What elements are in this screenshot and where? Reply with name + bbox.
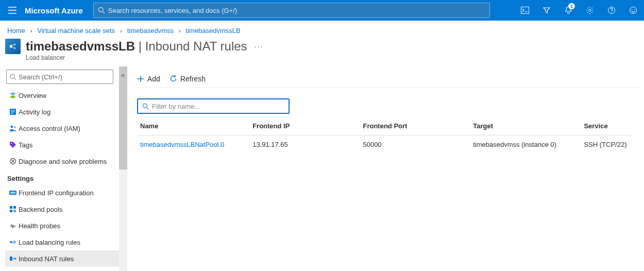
- filter-icon: [543, 6, 551, 14]
- col-header-service[interactable]: Service: [581, 117, 632, 136]
- page-title-section: Inbound NAT rules: [145, 39, 247, 54]
- search-icon: [98, 7, 105, 14]
- sidebar-item-overview[interactable]: Overview: [5, 87, 127, 104]
- svg-rect-26: [10, 257, 12, 261]
- chevron-right-icon: ›: [176, 27, 184, 35]
- search-icon: [142, 103, 149, 110]
- svg-rect-22: [13, 206, 16, 209]
- collapse-sidebar-button[interactable]: «: [121, 72, 125, 79]
- help-icon: [607, 6, 616, 14]
- sidebar-item-tags[interactable]: Tags: [5, 137, 127, 153]
- sidebar-item-inbound-nat[interactable]: Inbound NAT rules: [5, 250, 127, 267]
- svg-point-12: [10, 74, 14, 78]
- page-title-row: timebasedvmssLB | Inbound NAT rules ···: [0, 37, 644, 55]
- settings-button[interactable]: [579, 0, 601, 21]
- frontend-ip-icon: [7, 190, 19, 196]
- sidebar-item-label: Tags: [19, 141, 32, 149]
- health-probes-icon: [7, 222, 19, 229]
- table-row[interactable]: timebasedvmssLBNatPool.0 13.91.17.65 500…: [137, 136, 632, 154]
- svg-point-27: [143, 104, 147, 108]
- sidebar-item-lb-rules[interactable]: Load balancing rules: [5, 234, 127, 250]
- global-search-input[interactable]: [105, 7, 485, 14]
- cell-service: SSH (TCP/22): [581, 136, 632, 154]
- svg-rect-21: [10, 206, 12, 209]
- sidebar-search[interactable]: [6, 70, 113, 84]
- notifications-button[interactable]: 1: [557, 0, 579, 21]
- sidebar-scrollbar-thumb[interactable]: [119, 66, 127, 170]
- gear-icon: [586, 6, 594, 14]
- refresh-icon: [170, 75, 177, 82]
- page-title-resource: timebasedvmssLB: [26, 39, 135, 54]
- svg-line-13: [14, 78, 16, 80]
- svg-line-28: [147, 107, 149, 109]
- refresh-button[interactable]: Refresh: [170, 75, 206, 83]
- svg-point-17: [11, 143, 12, 144]
- page-title-separator: |: [135, 39, 145, 54]
- help-button[interactable]: [601, 0, 622, 21]
- svg-rect-23: [10, 210, 12, 212]
- more-actions-button[interactable]: ···: [255, 42, 264, 50]
- filter-input[interactable]: [149, 103, 284, 110]
- top-icon-group: 1: [514, 0, 644, 21]
- svg-point-7: [632, 9, 633, 10]
- add-button[interactable]: Add: [137, 75, 160, 83]
- cell-target: timebasedvmss (instance 0): [470, 136, 581, 154]
- chevron-right-icon: ›: [27, 27, 35, 35]
- refresh-button-label: Refresh: [180, 75, 206, 83]
- svg-point-6: [630, 7, 637, 14]
- lb-rules-icon: [7, 239, 19, 246]
- breadcrumb: Home › Virtual machine scale sets › time…: [0, 21, 644, 37]
- sidebar-menu: Overview Activity log Access control (IA…: [5, 87, 127, 267]
- nat-rules-icon: [7, 255, 19, 262]
- breadcrumb-item[interactable]: Virtual machine scale sets: [37, 27, 115, 35]
- sidebar-item-health-probes[interactable]: Health probes: [5, 217, 127, 234]
- col-header-frontend-port[interactable]: Frontend Port: [360, 117, 470, 136]
- activity-log-icon: [7, 108, 19, 115]
- cell-name[interactable]: timebasedvmssLBNatPool.0: [137, 136, 249, 154]
- svg-point-25: [10, 241, 12, 243]
- global-search[interactable]: [93, 3, 490, 18]
- iam-icon: [7, 125, 19, 132]
- filter-box[interactable]: [137, 98, 290, 114]
- cloud-shell-icon: [521, 7, 529, 14]
- plus-icon: [137, 75, 144, 82]
- sidebar-item-label: Diagnose and solve problems: [19, 158, 107, 165]
- svg-point-5: [611, 12, 612, 12]
- col-header-frontend-ip[interactable]: Frontend IP: [249, 117, 360, 136]
- breadcrumb-item[interactable]: timebasedvmssLB: [186, 27, 241, 35]
- directories-button[interactable]: [536, 0, 557, 21]
- sidebar-item-label: Activity log: [19, 108, 50, 116]
- nat-rules-table: Name Frontend IP Frontend Port Target Se…: [137, 117, 632, 154]
- sidebar-item-diagnose[interactable]: Diagnose and solve problems: [5, 153, 127, 170]
- sidebar-item-access-control[interactable]: Access control (IAM): [5, 120, 127, 137]
- hamburger-menu[interactable]: [0, 0, 25, 21]
- svg-point-16: [14, 126, 15, 128]
- add-button-label: Add: [147, 75, 160, 83]
- svg-rect-2: [521, 7, 529, 14]
- cell-frontend-port: 50000: [360, 136, 470, 154]
- svg-point-8: [634, 9, 635, 10]
- cloud-shell-button[interactable]: [514, 0, 536, 21]
- svg-point-15: [10, 126, 13, 128]
- smiley-icon: [629, 6, 637, 14]
- feedback-button[interactable]: [622, 0, 644, 21]
- backend-pools-icon: [7, 206, 19, 213]
- resource-icon: [5, 39, 21, 54]
- col-header-name[interactable]: Name: [137, 117, 249, 136]
- breadcrumb-item[interactable]: Home: [7, 27, 25, 35]
- table-header-row: Name Frontend IP Frontend Port Target Se…: [137, 117, 632, 136]
- col-header-target[interactable]: Target: [470, 117, 581, 136]
- svg-rect-20: [10, 192, 15, 194]
- sidebar: « Overview Activity log Access control (…: [0, 66, 127, 271]
- sidebar-item-frontend-ip[interactable]: Frontend IP configuration: [5, 184, 127, 201]
- sidebar-item-label: Frontend IP configuration: [19, 189, 94, 197]
- breadcrumb-item[interactable]: timebasedvmss: [127, 27, 174, 35]
- svg-point-3: [589, 9, 591, 11]
- svg-point-0: [98, 7, 103, 12]
- main-content: Add Refresh Name Frontend IP Frontend Po…: [127, 66, 644, 271]
- sidebar-item-activity-log[interactable]: Activity log: [5, 104, 127, 120]
- sidebar-item-label: Load balancing rules: [19, 239, 80, 246]
- sidebar-item-backend-pools[interactable]: Backend pools: [5, 201, 127, 217]
- brand-label[interactable]: Microsoft Azure: [25, 6, 90, 15]
- sidebar-search-input[interactable]: [16, 73, 110, 81]
